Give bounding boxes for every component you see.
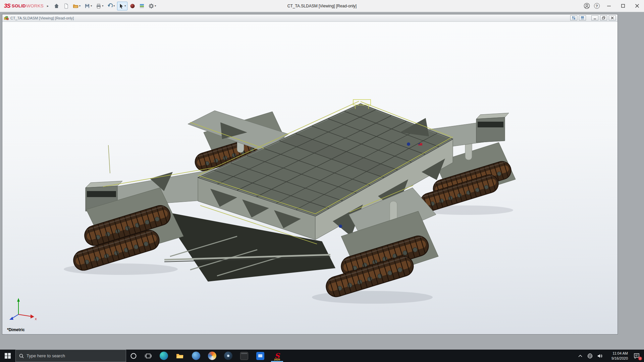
edge-icon <box>160 352 168 360</box>
document-window-buttons <box>570 15 616 20</box>
taskbar-clock[interactable]: 11:04 AM 9/16/2020 <box>605 350 629 362</box>
evaluate-button[interactable] <box>138 2 146 10</box>
assembly-document-icon <box>4 16 9 20</box>
document-titlebar[interactable]: CT_TA.SLDASM [Viewing] [Read-only] <box>2 14 618 22</box>
colorful-app-button[interactable] <box>204 350 220 362</box>
print-icon <box>96 3 101 9</box>
save-button[interactable]: ▾ <box>83 2 94 10</box>
help-button[interactable]: ? <box>592 0 602 12</box>
home-icon <box>54 3 59 9</box>
round-colorful-icon <box>208 352 216 360</box>
document-minimize-button[interactable] <box>591 15 598 20</box>
task-view-button[interactable] <box>141 350 156 362</box>
account-button[interactable] <box>582 0 592 12</box>
3dexperience-button[interactable] <box>128 2 137 10</box>
network-globe-icon <box>587 353 593 359</box>
edge-button[interactable] <box>156 350 172 362</box>
options-button[interactable]: ▾ <box>147 2 158 10</box>
new-document-icon <box>63 3 69 9</box>
dark-circle-icon <box>224 352 232 360</box>
solidworks-logo: 3S SOLID WORKS <box>0 3 46 9</box>
save-dropdown-caret[interactable]: ▾ <box>91 4 92 7</box>
blue-globe-app-button[interactable] <box>188 350 204 362</box>
document-restore-button[interactable] <box>600 15 607 20</box>
grid-layout-icon <box>572 16 575 19</box>
minimize-button[interactable] <box>602 0 616 12</box>
volume-button[interactable] <box>595 350 605 362</box>
solidworks-taskbar-button[interactable]: S 2020 <box>268 350 286 362</box>
windows-taskbar: S 2020 11:04 AM 9/16/2020 <box>0 350 644 362</box>
evaluate-table-icon <box>139 3 145 9</box>
document-title: CT_TA.SLDASM [Viewing] [Read-only] <box>10 16 74 20</box>
print-dropdown-caret[interactable]: ▾ <box>102 4 103 7</box>
view-orientation-label: *Dimetric <box>7 327 25 332</box>
file-explorer-icon <box>176 352 184 360</box>
undo-dropdown-caret[interactable]: ▾ <box>113 4 115 7</box>
brand-mark: 3S <box>4 3 10 9</box>
titlebar-right-controls: ? <box>582 0 644 12</box>
app-title: CT_TA.SLDASM [Viewing] [Read-only] <box>287 4 357 8</box>
blue-globe-icon <box>192 352 200 360</box>
minimize-icon <box>607 4 611 8</box>
gear-icon <box>149 3 154 9</box>
print-button[interactable]: ▾ <box>94 2 105 10</box>
undo-button[interactable]: ▾ <box>106 2 116 10</box>
open-folder-icon <box>73 3 78 9</box>
document-close-button[interactable] <box>609 15 616 20</box>
close-icon <box>635 4 639 8</box>
chevron-up-icon <box>578 355 582 357</box>
split-layout-icon <box>581 16 584 19</box>
select-tool-button[interactable]: ▾ <box>117 2 127 10</box>
document-close-icon <box>611 16 614 19</box>
options-dropdown-caret[interactable]: ▾ <box>155 4 156 7</box>
cortana-button[interactable] <box>126 350 141 362</box>
quick-toolbar: ▾ ▾ ▾ ▾ ▾ <box>52 1 158 10</box>
3dexperience-sphere-icon <box>130 3 135 9</box>
select-cursor-icon <box>119 3 124 9</box>
viewport-layout-button-1[interactable] <box>570 15 577 20</box>
close-button[interactable] <box>630 0 644 12</box>
document-window: CT_TA.SLDASM [Viewing] [Read-only] <box>2 14 618 335</box>
blue-window-app-button[interactable] <box>252 350 268 362</box>
document-minimize-icon <box>593 16 596 19</box>
search-input[interactable] <box>26 353 122 358</box>
antenna-mast <box>108 145 110 173</box>
orientation-triad: x <box>9 298 37 321</box>
document-restore-icon <box>602 16 605 19</box>
network-button[interactable] <box>585 350 595 362</box>
mdi-workspace: CT_TA.SLDASM [Viewing] [Read-only] <box>0 12 644 350</box>
terminal-app-button[interactable] <box>236 350 252 362</box>
undo-icon <box>107 3 113 9</box>
crawler-transporter-model: x <box>2 22 618 334</box>
clock-date: 9/16/2020 <box>611 356 628 361</box>
brand-solid: SOLID <box>12 3 26 8</box>
new-document-button[interactable] <box>62 2 70 10</box>
menu-expand-arrow[interactable]: ▸ <box>47 4 49 8</box>
search-icon <box>19 354 24 358</box>
home-button[interactable] <box>52 1 61 10</box>
clock-time: 11:04 AM <box>612 351 628 356</box>
viewport-layout-button-2[interactable] <box>579 15 586 20</box>
taskbar-search[interactable] <box>15 350 126 362</box>
system-tray: 11:04 AM 9/16/2020 2 <box>576 350 644 362</box>
dark-circle-app-button[interactable] <box>220 350 236 362</box>
help-icon: ? <box>594 3 600 9</box>
windows-logo-icon <box>5 353 11 359</box>
app-titlebar: 3S SOLID WORKS ▸ ▾ ▾ <box>0 0 644 12</box>
task-view-icon <box>145 353 152 359</box>
maximize-button[interactable] <box>616 0 630 12</box>
start-button[interactable] <box>0 350 15 362</box>
right-operator-cab <box>476 113 509 142</box>
file-explorer-button[interactable] <box>172 350 188 362</box>
graphics-viewport[interactable]: x *Dimetric <box>2 22 618 334</box>
tray-overflow-button[interactable] <box>576 350 585 362</box>
open-dropdown-caret[interactable]: ▾ <box>79 4 80 7</box>
account-icon <box>584 3 590 9</box>
solidworks-year-label: 2020 <box>274 358 280 361</box>
action-center-button[interactable]: 2 <box>629 350 644 362</box>
terminal-icon <box>240 352 248 360</box>
notification-count-badge: 2 <box>638 357 642 360</box>
cortana-icon <box>130 353 137 359</box>
select-dropdown-caret[interactable]: ▾ <box>124 4 126 7</box>
open-button[interactable]: ▾ <box>71 2 82 10</box>
